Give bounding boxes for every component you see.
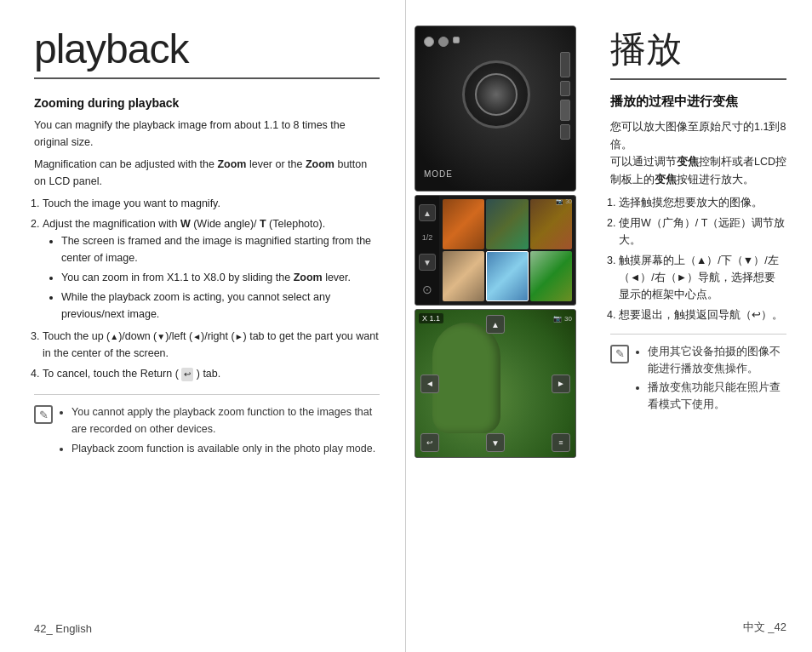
section-heading-left: Zooming during playback <box>34 96 380 110</box>
camera-images-block: MODE ▲ 1/2 ▼ ⊙ <box>415 26 585 458</box>
note-text-left: You cannot apply the playback zoom funct… <box>60 403 380 462</box>
mode-label: MODE <box>424 169 453 179</box>
step-2: Adjust the magnification with W (Wide an… <box>43 215 380 323</box>
zoom-x-label: X 1.1 <box>419 313 443 323</box>
ch-note-2: 播放变焦功能只能在照片查看模式下使用。 <box>648 379 786 413</box>
camera-top-image: MODE <box>415 26 576 192</box>
ch-note-icon: ✎ <box>610 345 629 363</box>
sub-bullet-2: You can zoom in from X1.1 to X8.0 by sli… <box>61 269 380 286</box>
ch-step-1: 选择触摸您想要放大的图像。 <box>619 194 786 211</box>
ch-step-4: 想要退出，触摸返回导航（↩）。 <box>619 306 786 323</box>
ch-steps-list: 选择触摸您想要放大的图像。 使用W（广角）/ T（远距）调节放大。 触摸屏幕的上… <box>619 194 786 323</box>
steps-list: Touch the image you want to magnify. Adj… <box>43 195 380 382</box>
ch-note-box: ✎ 使用其它设备拍摄的图像不能进行播放变焦操作。 播放变焦功能只能在照片查看模式… <box>610 334 786 416</box>
left-column: playback Zooming during playback You can… <box>0 0 406 652</box>
thumb-down-btn[interactable]: ▼ <box>419 254 436 271</box>
thumb-up-btn[interactable]: ▲ <box>419 204 436 221</box>
thumb-cell-6[interactable] <box>530 251 572 301</box>
thumb-cell-5[interactable] <box>486 251 528 301</box>
intro-text-2: Magnification can be adjusted with the Z… <box>34 156 380 190</box>
thumb-page-num: 1/2 <box>422 233 433 242</box>
thumbnail-nav: ▲ 1/2 ▼ ⊙ <box>415 196 439 305</box>
thumbnail-strip: ▲ 1/2 ▼ ⊙ 📷30 <box>415 195 576 306</box>
zoom-image: X 1.1 📷30 ▲ ▼ ◄ ► ↩ ≡ <box>415 309 576 458</box>
thumb-cell-1[interactable] <box>443 199 484 249</box>
ch-note-1: 使用其它设备拍摄的图像不能进行播放变焦操作。 <box>648 343 786 377</box>
footer-right: 中文 _42 <box>743 620 786 635</box>
note-bullet-1: You cannot apply the playback zoom funct… <box>71 403 380 438</box>
note-icon-left: ✎ <box>34 405 53 424</box>
intro-text-1: You can magnify the playback image from … <box>34 117 380 151</box>
zoom-overlay-top: X 1.1 📷30 <box>419 313 572 323</box>
ch-intro: 您可以放大图像至原始尺寸的1.1到8倍。 可以通过调节变焦控制杆或者LCD控制板… <box>610 118 786 189</box>
page-title: playback <box>34 26 380 79</box>
sub-bullet-3: While the playback zoom is acting, you c… <box>61 289 380 323</box>
chinese-section-heading: 播放的过程中进行变焦 <box>610 94 786 110</box>
thumb-cell-2[interactable] <box>486 199 528 249</box>
step-3: Touch the up (▲)/down (▼)/left (◄)/right… <box>43 328 380 362</box>
thumb-camera-icon: ⊙ <box>422 283 432 296</box>
thumb-status-icons: 📷30 <box>556 198 572 205</box>
ch-step-2: 使用W（广角）/ T（远距）调节放大。 <box>619 214 786 249</box>
right-column: MODE ▲ 1/2 ▼ ⊙ <box>406 0 812 652</box>
sub-bullets-2: The screen is framed and the image is ma… <box>61 232 380 323</box>
camera-lens <box>462 60 530 129</box>
step-1: Touch the image you want to magnify. <box>43 195 380 212</box>
cactus-bg <box>415 310 575 457</box>
chinese-title: 播放 <box>610 26 786 80</box>
step-4: To cancel, touch the Return ( ↩ ) tab. <box>43 365 380 382</box>
note-bullet-2: Playback zoom function is available only… <box>71 440 380 457</box>
note-box-left: ✎ You cannot apply the playback zoom fun… <box>34 394 380 462</box>
thumb-cell-3[interactable] <box>530 199 572 249</box>
thumb-cell-4[interactable] <box>443 251 484 301</box>
thumbnail-grid <box>439 196 575 305</box>
ch-step-3: 触摸屏幕的上（▲）/下（▼）/左（◄）/右（►）导航，选择想要显示的框架中心点。 <box>619 252 786 303</box>
footer-left: 42_ English <box>34 622 92 635</box>
sub-bullet-1: The screen is framed and the image is ma… <box>61 232 380 266</box>
ch-note-text: 使用其它设备拍摄的图像不能进行播放变焦操作。 播放变焦功能只能在照片查看模式下使… <box>636 343 786 416</box>
chinese-content: 播放 播放的过程中进行变焦 您可以放大图像至原始尺寸的1.1到8倍。 可以通过调… <box>610 26 786 416</box>
